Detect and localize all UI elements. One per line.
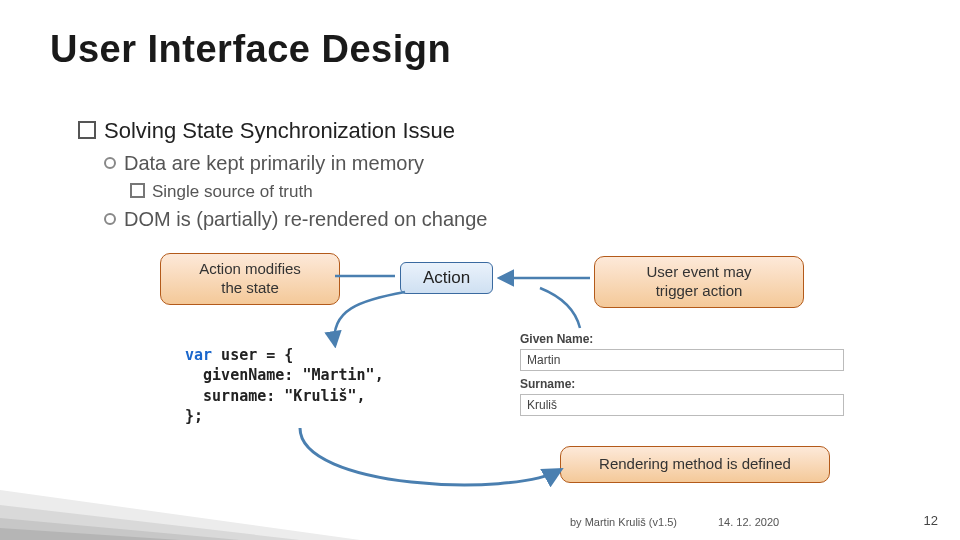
form-input-given-name: Martin bbox=[520, 349, 844, 371]
bullet-level1: Solving State Synchronization Issue bbox=[78, 118, 455, 144]
slide-title: User Interface Design bbox=[50, 28, 451, 71]
footer-author: by Martin Kruliš (v1.5) bbox=[570, 516, 677, 528]
square-bullet-icon bbox=[78, 121, 96, 139]
callout-rendering-method: Rendering method is defined bbox=[560, 446, 830, 483]
code-line-1-rest: user = { bbox=[212, 346, 293, 364]
code-snippet: var user = { givenName: "Martin", surnam… bbox=[185, 345, 384, 426]
square-bullet-icon bbox=[130, 183, 145, 198]
ring-bullet-icon bbox=[104, 157, 116, 169]
bullet-level3a: Single source of truth bbox=[130, 182, 313, 202]
rendered-form: Given Name: Martin Surname: Kruliš bbox=[520, 330, 850, 422]
bullet-level2a: Data are kept primarily in memory bbox=[104, 152, 424, 175]
footer-date: 14. 12. 2020 bbox=[718, 516, 779, 528]
form-label-given-name: Given Name: bbox=[520, 332, 850, 346]
bullet-l2a-text: Data are kept primarily in memory bbox=[124, 152, 424, 174]
code-line-4: }; bbox=[185, 406, 384, 426]
action-box: Action bbox=[400, 262, 493, 294]
bullet-l1-text: Solving State Synchronization Issue bbox=[104, 118, 455, 143]
form-input-surname: Kruliš bbox=[520, 394, 844, 416]
bullet-l2b-text: DOM is (partially) re-rendered on change bbox=[124, 208, 488, 230]
ring-bullet-icon bbox=[104, 213, 116, 225]
form-label-surname: Surname: bbox=[520, 377, 850, 391]
bullet-l3a-text: Single source of truth bbox=[152, 182, 313, 201]
code-line-3: surname: "Kruliš", bbox=[185, 386, 384, 406]
bullet-level2b: DOM is (partially) re-rendered on change bbox=[104, 208, 488, 231]
code-line-1: var user = { bbox=[185, 345, 384, 365]
code-line-2: givenName: "Martin", bbox=[185, 365, 384, 385]
callout-action-modifies-state: Action modifiesthe state bbox=[160, 253, 340, 305]
callout-user-event: User event maytrigger action bbox=[594, 256, 804, 308]
footer-page-number: 12 bbox=[924, 513, 938, 528]
corner-decoration bbox=[0, 450, 360, 540]
code-keyword: var bbox=[185, 346, 212, 364]
